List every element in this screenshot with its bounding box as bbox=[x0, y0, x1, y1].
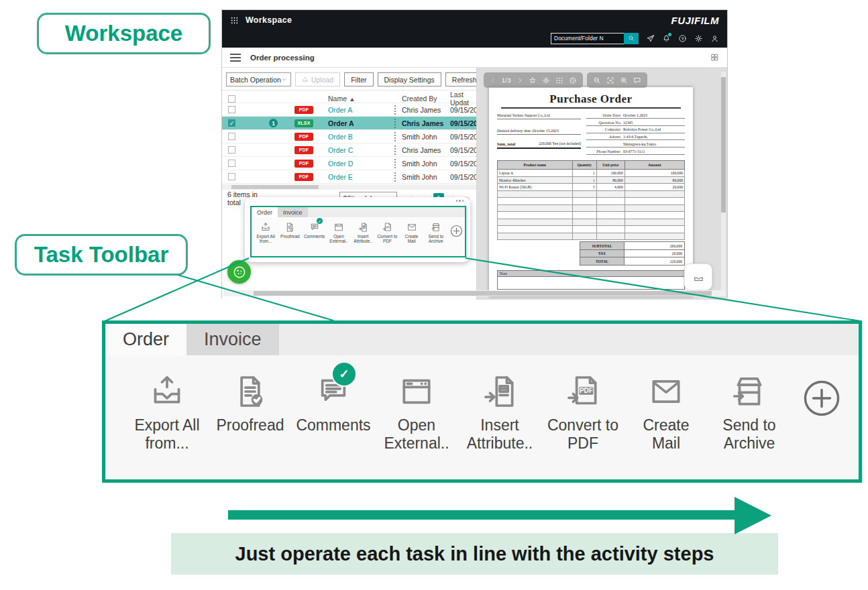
assistant-chat-button[interactable] bbox=[227, 260, 251, 284]
document-link[interactable]: Order B bbox=[328, 133, 388, 141]
document-link[interactable]: Order A bbox=[328, 106, 388, 114]
document-link[interactable]: Order E bbox=[328, 173, 388, 181]
refresh-button[interactable]: Refresh bbox=[445, 72, 477, 86]
app-launcher-grid-icon[interactable] bbox=[230, 16, 239, 25]
order-number-badge: 1 bbox=[269, 119, 278, 127]
task-create-mail[interactable]: CreateMail bbox=[625, 373, 708, 452]
search-input[interactable] bbox=[551, 33, 624, 44]
purchase-order-document: Purchase Order Marutani Techno Support C… bbox=[489, 87, 693, 296]
mini-task-export-all[interactable]: Export Allfrom... bbox=[254, 222, 278, 244]
zoom-out-icon[interactable] bbox=[593, 76, 601, 84]
task-comments[interactable]: ✓ Comments bbox=[292, 373, 375, 434]
add-task-button[interactable] bbox=[449, 224, 464, 238]
mini-task-convert-to-pdf[interactable]: Convert toPDF bbox=[375, 222, 399, 244]
row-checkbox[interactable] bbox=[228, 160, 235, 167]
task-convert-to-pdf[interactable]: Convert toPDF bbox=[541, 373, 625, 452]
tab-invoice[interactable]: Invoice bbox=[186, 324, 279, 355]
column-header-last-updated[interactable]: Last Updat bbox=[450, 91, 476, 107]
table-row[interactable]: PDF Order E Smith John 09/15/2023 bbox=[222, 170, 476, 184]
row-menu-icon[interactable] bbox=[388, 132, 402, 141]
upload-button[interactable]: Upload bbox=[295, 72, 340, 86]
delivery-date: Desired delivery date: October 15,2023 bbox=[497, 129, 581, 135]
document-link[interactable]: Order D bbox=[328, 160, 388, 168]
insert-attribute-icon bbox=[481, 373, 519, 410]
column-header-created-by[interactable]: Created By bbox=[402, 95, 450, 103]
user-account-icon[interactable] bbox=[710, 34, 719, 43]
mini-task-proofread[interactable]: Proofread bbox=[278, 222, 302, 239]
document-preview-panel: 1/3 Purchase bbox=[477, 68, 727, 300]
add-task-button[interactable] bbox=[800, 377, 843, 420]
row-checkbox[interactable] bbox=[228, 133, 235, 140]
page-bar: Order processing bbox=[222, 48, 727, 68]
mini-task-send-to-archive[interactable]: Send toArchive bbox=[424, 222, 448, 244]
check-badge-icon: ✓ bbox=[317, 218, 323, 224]
history-icon[interactable] bbox=[569, 76, 577, 84]
pdf-file-badge: PDF bbox=[294, 106, 313, 114]
check-badge-icon: ✓ bbox=[331, 361, 357, 387]
tab-order[interactable]: Order bbox=[105, 324, 186, 355]
table-row-selected[interactable]: ✓ 1 XLSX Order A Chris James 09/15/2023 bbox=[222, 117, 476, 130]
row-menu-icon[interactable] bbox=[388, 105, 402, 115]
app-header: Workspace FUJIFILM bbox=[222, 10, 727, 48]
task-tabs: Order Invoice bbox=[105, 324, 859, 355]
archive-icon bbox=[431, 222, 441, 233]
list-horizontal-scrollbar[interactable] bbox=[222, 184, 476, 190]
preview-zoom-group bbox=[587, 72, 647, 88]
task-send-to-archive[interactable]: Send toArchive bbox=[708, 373, 791, 452]
document-link[interactable]: Order C bbox=[328, 146, 388, 154]
task-open-external[interactable]: OpenExternal.. bbox=[375, 373, 458, 452]
mini-task-create-mail[interactable]: CreateMail bbox=[400, 222, 424, 244]
page-indicator: 1/3 bbox=[502, 77, 511, 84]
next-page-icon[interactable] bbox=[517, 77, 523, 84]
task-export-all[interactable]: Export Allfrom... bbox=[125, 373, 209, 452]
row-menu-icon[interactable] bbox=[388, 172, 402, 182]
row-checkbox[interactable] bbox=[228, 146, 235, 154]
notifications-bell-icon[interactable] bbox=[662, 34, 671, 43]
menu-hamburger-icon[interactable] bbox=[230, 54, 241, 62]
tab-order[interactable]: Order bbox=[252, 207, 278, 217]
favorite-star-icon[interactable] bbox=[529, 76, 537, 84]
task-insert-attribute[interactable]: InsertAttribute.. bbox=[458, 373, 541, 452]
table-row[interactable]: PDF Order B Smith John 09/15/2023 bbox=[222, 130, 476, 143]
table-row[interactable]: PDF Order D Smith John 09/15/2023 bbox=[222, 157, 476, 170]
row-menu-icon[interactable] bbox=[388, 159, 402, 168]
more-options-icon[interactable] bbox=[456, 200, 464, 202]
filter-button[interactable]: Filter bbox=[344, 72, 373, 86]
documents-table: Name Created By Last Updat PDF Order A C… bbox=[222, 90, 476, 184]
export-icon bbox=[148, 373, 186, 410]
document-link[interactable]: Order A bbox=[328, 119, 388, 127]
archive-icon bbox=[730, 373, 768, 410]
batch-operation-select[interactable]: Batch Operation bbox=[226, 72, 291, 86]
row-menu-icon[interactable] bbox=[388, 119, 402, 128]
mini-task-insert-attribute[interactable]: InsertAttribute.. bbox=[351, 222, 375, 244]
mini-task-open-external[interactable]: OpenExternal.. bbox=[327, 222, 351, 244]
convert-pdf-icon bbox=[382, 222, 392, 233]
zoom-in-icon[interactable] bbox=[620, 76, 628, 84]
send-icon[interactable] bbox=[646, 34, 655, 43]
fit-to-screen-icon[interactable] bbox=[606, 76, 614, 84]
inbox-tray-button[interactable] bbox=[684, 263, 712, 290]
column-header-name[interactable]: Name bbox=[328, 95, 388, 103]
display-settings-button[interactable]: Display Settings bbox=[378, 72, 441, 86]
prev-page-icon[interactable] bbox=[490, 77, 496, 84]
select-all-checkbox[interactable] bbox=[228, 95, 235, 103]
settings-gear-icon[interactable] bbox=[694, 34, 703, 43]
row-checkbox[interactable] bbox=[228, 106, 235, 113]
table-row[interactable]: PDF Order C Chris James 09/15/2023 bbox=[222, 143, 476, 157]
table-row[interactable]: PDF Order A Chris James 09/15/2023 bbox=[222, 103, 476, 117]
task-toolbar-callout-label: Task Toolbar bbox=[15, 234, 188, 276]
app-horizontal-scrollbar[interactable] bbox=[223, 290, 726, 296]
comment-bubble-icon[interactable] bbox=[633, 76, 641, 84]
row-checkbox-checked[interactable]: ✓ bbox=[228, 119, 235, 127]
preview-vertical-scrollbar[interactable] bbox=[721, 72, 726, 290]
view-grid-icon[interactable] bbox=[710, 53, 719, 62]
row-menu-icon[interactable] bbox=[388, 145, 402, 155]
tab-invoice[interactable]: Invoice bbox=[278, 207, 308, 217]
task-proofread[interactable]: Proofread bbox=[209, 373, 292, 434]
help-icon[interactable] bbox=[678, 34, 687, 43]
mini-task-comments[interactable]: ✓ Comments bbox=[303, 222, 327, 239]
preview-settings-gear-icon[interactable] bbox=[542, 76, 550, 84]
search-button[interactable] bbox=[624, 33, 639, 44]
row-checkbox[interactable] bbox=[228, 173, 235, 180]
thumbnail-grid-icon[interactable] bbox=[555, 76, 563, 84]
